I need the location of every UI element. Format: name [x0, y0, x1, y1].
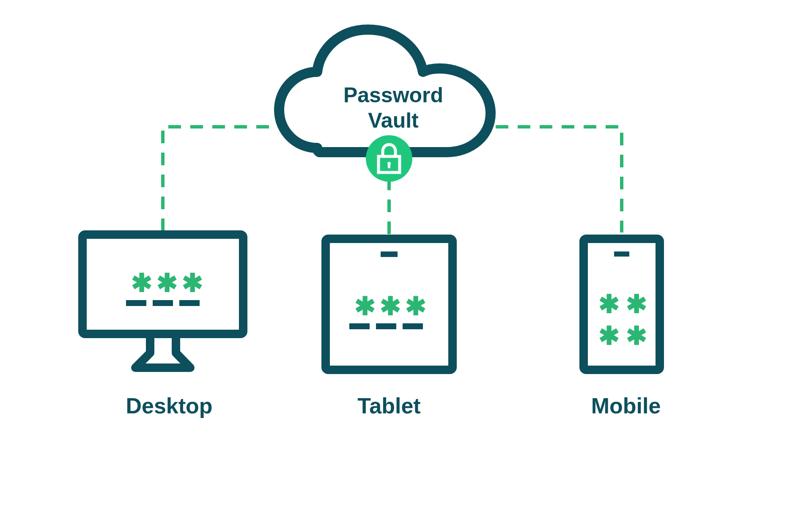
tablet-label: Tablet [326, 393, 453, 418]
svg-text:✱: ✱ [598, 322, 620, 350]
svg-rect-12 [381, 251, 398, 257]
lock-badge [366, 135, 412, 182]
cloud-label-line1: Password [343, 83, 443, 107]
tablet-dashes [349, 323, 423, 329]
svg-text:✱: ✱ [626, 290, 647, 318]
desktop-device-icon: ✱ ✱ ✱ [82, 235, 243, 368]
desktop-dashes [126, 300, 200, 306]
svg-text:✱: ✱ [156, 269, 178, 297]
svg-text:✱: ✱ [131, 269, 152, 297]
svg-rect-10 [179, 300, 200, 306]
mobile-label: Mobile [562, 393, 689, 418]
svg-text:✱: ✱ [405, 292, 426, 320]
cloud-label: Password Vault [317, 82, 469, 133]
svg-text:✱: ✱ [626, 322, 647, 350]
desktop-asterisks: ✱ ✱ ✱ [131, 269, 203, 297]
cloud-label-line2: Vault [368, 109, 418, 132]
svg-rect-20 [614, 251, 629, 257]
svg-rect-19 [584, 239, 660, 370]
svg-text:✱: ✱ [182, 269, 203, 297]
svg-rect-3 [388, 164, 390, 168]
svg-rect-9 [153, 300, 173, 306]
svg-rect-8 [126, 300, 146, 306]
tablet-asterisks: ✱ ✱ ✱ [354, 292, 426, 320]
diagram-svg: ✱ ✱ ✱ ✱ ✱ ✱ [0, 0, 812, 511]
desktop-label: Desktop [106, 393, 233, 418]
diagram-root: ✱ ✱ ✱ ✱ ✱ ✱ [0, 0, 812, 511]
svg-text:✱: ✱ [598, 290, 620, 318]
svg-rect-18 [403, 323, 423, 329]
tablet-device-icon: ✱ ✱ ✱ [326, 239, 453, 370]
svg-rect-17 [376, 323, 396, 329]
svg-rect-16 [349, 323, 370, 329]
svg-text:✱: ✱ [354, 292, 376, 320]
svg-point-0 [366, 135, 412, 182]
svg-text:✱: ✱ [380, 292, 401, 320]
mobile-device-icon: ✱ ✱ ✱ ✱ [584, 239, 660, 370]
